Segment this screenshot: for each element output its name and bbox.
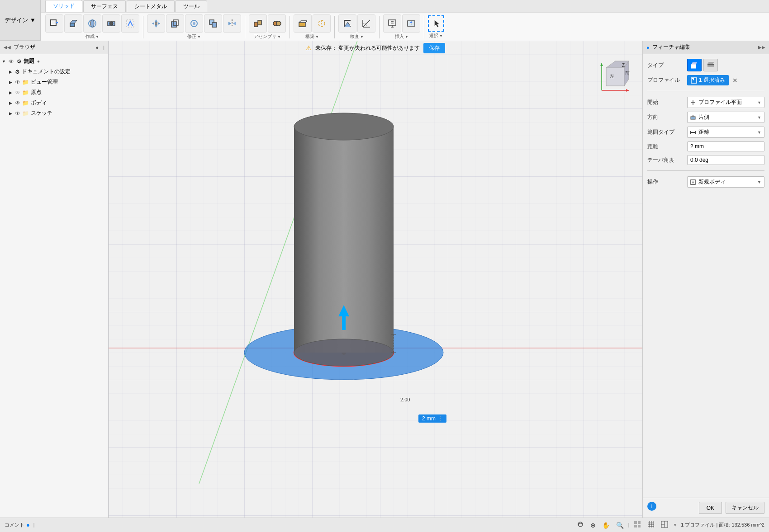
select-group: 選択 ▼ [428,15,444,39]
sidebar-collapse-btn[interactable]: ◀◀ [4,45,11,50]
cancel-button[interactable]: キャンセル [726,502,764,514]
fp-profile-clear-btn[interactable]: ✕ [732,77,738,84]
doc-expand-arrow[interactable]: ▶ [9,70,12,74]
move-btn[interactable] [147,14,165,33]
insert-btn2[interactable] [402,14,420,33]
tab-surface[interactable]: サーフェス [83,0,126,12]
sidebar-collapse-icon[interactable]: ● [95,45,99,50]
svg-text:左: 左 [610,74,614,79]
fp-operation-dropdown[interactable]: 新規ボディ ▼ [687,176,764,188]
gear-icon-root[interactable]: ⚙ [17,58,22,65]
tree-item-origin-label: 原点 [31,89,42,96]
root-visibility-eye[interactable]: 👁 [9,58,14,65]
type-btn-extrude[interactable] [687,59,702,71]
origin-visibility-eye[interactable]: 👁 [15,89,20,96]
inspect-btn2[interactable] [357,14,375,33]
construct-btn1[interactable] [294,14,312,33]
zoom-icon[interactable]: 🔍 [614,521,626,530]
viewport[interactable]: ⚠ 未保存： 変更が失われる可能性があります 保存 Z 前 左 [109,41,642,518]
display-mode-btn[interactable] [632,520,643,530]
cube-navigator[interactable]: Z 前 左 [597,59,633,95]
root-expand-arrow[interactable]: ▼ [2,59,6,64]
dimension-label[interactable]: 2 mm ⋮ [418,414,446,423]
tab-sheetmetal[interactable]: シートメタル [127,0,175,12]
fp-distance-row: 距離 2 mm [647,141,764,151]
new-component-btn[interactable] [45,14,63,33]
fp-operation-row: 操作 新規ボディ ▼ [647,176,764,188]
select-label: 選択 [429,33,438,39]
create-sketch-btn[interactable] [121,14,139,33]
tree-item-view-mgmt[interactable]: ▶ 👁 📁 ビュー管理 [0,77,108,87]
tree-item-origin[interactable]: ▶ 👁 📁 原点 [0,87,108,98]
view-expand-arrow[interactable]: ▶ [9,80,12,85]
design-menu-button[interactable]: デザイン ▼ [0,0,41,40]
fp-distance-value-box[interactable]: 2 mm [687,141,764,151]
fp-start-value: プロファイル平面 [698,99,742,105]
feature-panel-title: フィーチャ編集 [652,43,755,51]
select-btn[interactable] [428,15,444,32]
inspect-btn1[interactable] [338,14,356,33]
comment-add-icon[interactable]: ● [26,522,30,528]
orbit-icon[interactable] [575,520,586,530]
pan-icon[interactable]: ✋ [600,521,612,530]
sketch-visibility-eye[interactable]: 👁 [15,110,20,117]
tree-item-sketch[interactable]: ▶ 👁 📁 スケッチ [0,108,108,118]
copy-btn[interactable] [166,14,184,33]
toolbar-icons: 作成 ▼ [41,12,769,42]
construct-btn2[interactable] [313,14,331,33]
svg-marker-12 [152,22,154,25]
tree-item-root-label: 無題 [24,57,34,65]
scale-btn[interactable] [185,14,203,33]
feature-panel-content: タイプ [643,54,769,498]
type-btn-thin[interactable] [703,59,718,71]
svg-point-18 [193,22,195,25]
feature-panel: ● フィーチャ編集 ▶▶ タイプ [642,41,769,518]
layout-btn[interactable] [659,520,670,530]
create-label: 作成 [85,33,95,40]
fp-start-dropdown[interactable]: プロファイル平面 ▼ [687,97,764,108]
tab-tools[interactable]: ツール [176,0,207,12]
svg-rect-24 [254,22,258,27]
svg-rect-3 [70,23,75,27]
tree-item-doc-settings[interactable]: ▶ ⚙ ドキュメントの設定 [0,66,108,77]
fp-taper-value-box[interactable]: 0.0 deg [687,155,764,165]
sidebar-settings-icon[interactable]: | [103,45,104,50]
look-icon[interactable]: ⊕ [589,521,598,530]
dim-value: 2 mm [422,415,436,422]
fp-distance-label: 距離 [647,143,684,151]
revolve-btn[interactable] [83,14,101,33]
assemble-btn2[interactable] [268,14,286,33]
sketch-expand-arrow[interactable]: ▶ [9,111,12,116]
origin-expand-arrow[interactable]: ▶ [9,90,12,95]
fp-type-label: タイプ [647,61,684,69]
ok-button[interactable]: OK [699,502,722,514]
type-btn-group [687,59,718,71]
hole-btn[interactable] [102,14,120,33]
insert-btn1[interactable] [383,14,401,33]
fp-info-btn[interactable]: i [647,502,656,511]
fp-extent-dropdown[interactable]: 距離 ▼ [687,127,764,138]
feature-panel-collapse[interactable]: ▶▶ [758,45,765,50]
svg-rect-75 [691,65,696,68]
body-expand-arrow[interactable]: ▶ [9,101,12,105]
fp-profile-row: プロファイル 1 選択済み ✕ [647,75,764,85]
body-visibility-eye[interactable]: 👁 [15,100,20,106]
svg-marker-82 [691,78,694,80]
grid-toggle-btn[interactable] [646,520,656,530]
tree-item-body[interactable]: ▶ 👁 📁 ボディ [0,98,108,108]
extrude-btn[interactable] [64,14,82,33]
tab-solid[interactable]: ソリッド [45,0,82,12]
svg-text:Z: Z [622,63,625,68]
fp-profile-selected-btn[interactable]: 1 選択済み [687,75,729,85]
svg-rect-79 [707,66,714,66]
combine-btn[interactable] [204,14,222,33]
fp-direction-dropdown[interactable]: 片側 ▼ [687,112,764,123]
view-visibility-eye[interactable]: 👁 [15,79,20,85]
modify-icons-row [147,14,241,33]
sidebar-header: ◀◀ ブラウザ ● | [0,41,108,54]
assemble-btn1[interactable] [249,14,267,33]
tree-item-sketch-label: スケッチ [31,109,52,117]
tree-item-root[interactable]: ▼ 👁 ⚙ 無題 ● [0,56,108,66]
save-button[interactable]: 保存 [423,43,445,53]
mirror-btn[interactable] [223,14,241,33]
